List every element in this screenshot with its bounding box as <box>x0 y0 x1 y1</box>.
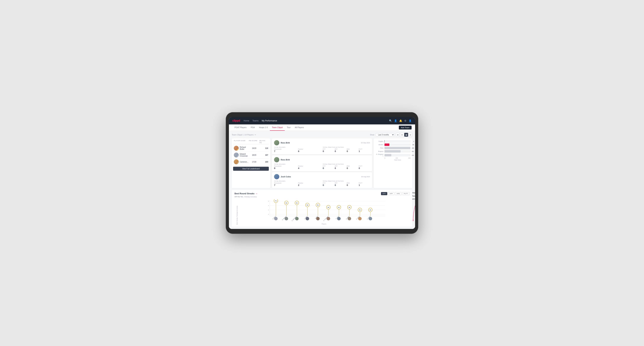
avatar <box>274 157 279 162</box>
bell-icon[interactable]: 🔔 <box>399 119 402 122</box>
nav-home[interactable]: Home <box>244 120 249 122</box>
card-player-info: Josh Coles <box>274 174 291 179</box>
activities-sub-grid: OTT 0 APP 0 ARG 0 <box>323 182 370 186</box>
chart-container: Best Streak, Fairway Accuracy <box>234 199 410 225</box>
search-icon[interactable]: 🔍 <box>389 119 392 122</box>
subnav-team-clippd[interactable]: Team Clippd <box>270 124 285 131</box>
nav-performance[interactable]: My Performance <box>262 120 277 122</box>
putt-label: PUTT <box>359 148 370 150</box>
svg-text:3x: 3x <box>359 209 361 211</box>
rounds-label: Total Rounds <box>274 147 321 148</box>
card-view-button[interactable]: ▦ <box>404 133 408 137</box>
bar-fill <box>384 147 410 149</box>
subnav-pga[interactable]: PGA <box>249 124 257 131</box>
subnav-hcaps[interactable]: Hcaps 1-5 <box>257 124 270 131</box>
practice-value: 4 <box>298 167 321 170</box>
ott-value: 0 <box>323 167 334 170</box>
svg-text:5x: 5x <box>306 204 308 206</box>
arg-label: ARG <box>347 148 358 150</box>
putt-value: 1 <box>359 150 370 153</box>
filter-arg[interactable]: ARG <box>395 192 402 195</box>
list-view-button[interactable]: ☰ <box>400 133 404 137</box>
ott-value: 0 <box>323 184 334 186</box>
x-tick-400: 400 <box>408 157 410 159</box>
card-stats: Total Rounds Tournament 7 Practice 2 <box>274 180 370 186</box>
tournament-label: Tournament <box>274 148 297 150</box>
card-date: 02 Sep 2023 <box>361 142 370 144</box>
svg-text:2: 2 <box>268 209 269 211</box>
card-stats: Total Rounds Tournament 7 Practice 6 <box>274 147 370 153</box>
player-cards-panel: Rees Britt 02 Sep 2023 Total Rounds Tour… <box>272 138 372 188</box>
subnav-tour[interactable]: Tour <box>285 124 292 131</box>
streaks-header: Best Round Streaks ← OTT APP ARG PUTT <box>234 192 410 195</box>
activities-sub-grid: OTT 0 APP 0 ARG 0 <box>323 148 370 153</box>
bar-container: 131 <box>384 154 410 156</box>
card-player-name: Rees Britt <box>281 159 290 161</box>
app-value: 0 <box>335 150 346 153</box>
card-player-name: Josh Coles <box>281 176 291 178</box>
sub-nav: PGAT Players PGA Hcaps 1-5 Team Clippd T… <box>229 124 415 131</box>
ott-value: 0 <box>323 150 334 153</box>
card-player-info: Rees Britt <box>274 157 290 162</box>
putt-label: PUTT <box>359 182 370 184</box>
activities-sub-grid: OTT 0 APP 0 ARG 0 <box>323 165 370 170</box>
tablet-screen: clippd Home Teams My Performance 🔍 👤 🔔 ⚙… <box>229 117 415 229</box>
card-date: 26 Aug 2023 <box>361 176 370 177</box>
rank-badge: 3 <box>237 163 239 164</box>
bar-row-pars: Pars 499 <box>376 147 410 149</box>
player-info: 3 Cameron... <box>234 159 249 164</box>
bar-chart-panel: Eagles 3 Birdies 96 <box>374 138 412 188</box>
player-score: 18/20 <box>249 154 259 156</box>
team-name: Team Clippd <box>232 134 242 136</box>
nav-teams[interactable]: Teams <box>252 120 258 122</box>
table-row: 2 Edward Crossman 18/20 107 <box>233 152 269 159</box>
ott-label: OTT <box>323 165 334 167</box>
player-count: | 14 Players <box>244 134 254 136</box>
avatar <box>274 140 279 145</box>
bar-value-pars: 499 <box>412 147 414 149</box>
tournament-value: 8 <box>274 167 297 170</box>
app-logo: clippd <box>232 119 240 122</box>
rounds-stat: Total Rounds Tournament 8 Practice 4 <box>274 163 321 170</box>
avatar-icon[interactable]: 👤 <box>408 119 412 122</box>
bar-container: 311 <box>384 150 410 153</box>
bar-row-dbogeys: D. Bogeys + 131 <box>376 154 410 157</box>
bar-value-dbogeys: 131 <box>412 155 414 156</box>
filter-putt[interactable]: PUTT <box>402 192 410 195</box>
nav-icons: 🔍 👤 🔔 ⚙ 👤 <box>389 119 412 122</box>
user-icon[interactable]: 👤 <box>394 119 397 122</box>
col-pb-score: PB SCORE <box>249 140 259 143</box>
players-axis-label: Players <box>238 223 410 225</box>
table-view-button[interactable]: ⊟ <box>408 133 412 137</box>
annotation-arrow <box>412 193 415 228</box>
bar-container: 96 <box>384 144 410 146</box>
app-value: 0 <box>335 167 346 170</box>
add-team-button[interactable]: Add Team <box>399 126 412 130</box>
streaks-subtitle: Off The Tee , Fairway Accuracy <box>234 196 410 198</box>
period-select[interactable]: Last 3 months Last 6 months Last 12 mont… <box>376 133 394 137</box>
svg-text:0: 0 <box>268 214 269 215</box>
putt-value: 1 <box>359 184 370 186</box>
bar-fill <box>384 144 390 146</box>
svg-text:5x: 5x <box>317 204 319 206</box>
grid-view-button[interactable]: ⊞ <box>396 133 400 137</box>
bar-label-eagles: Eagles <box>376 141 384 142</box>
streaks-chart-svg: 6 4 2 0 7x <box>238 199 410 222</box>
subnav-all-players[interactable]: All Players <box>293 124 306 131</box>
edit-icon[interactable]: ✏ <box>254 134 256 136</box>
activities-label: Total Practice Activities <box>323 163 370 165</box>
filter-ott[interactable]: OTT <box>381 192 387 195</box>
app-value: 0 <box>335 184 346 186</box>
view-leaderboard-button[interactable]: View Full Leaderboard <box>233 167 269 171</box>
card-player-info: Rees Britt <box>274 140 290 145</box>
streaks-filter: OTT APP ARG PUTT <box>381 192 410 195</box>
filter-app[interactable]: APP <box>388 192 394 195</box>
activities-stat: Total Practice Activities OTT 0 APP 0 <box>323 180 370 186</box>
player-card: Rees Britt 02 Sep 2023 Total Rounds Tour… <box>272 138 372 154</box>
arg-value: 0 <box>347 167 358 170</box>
chart-bars: Eagles 3 Birdies 96 <box>376 140 410 157</box>
subnav-pgat[interactable]: PGAT Players <box>232 124 249 131</box>
settings-icon[interactable]: ⚙ <box>404 119 406 122</box>
streaks-title-text: Best Round Streaks <box>234 192 254 195</box>
x-tick-0: 0 <box>384 157 385 159</box>
